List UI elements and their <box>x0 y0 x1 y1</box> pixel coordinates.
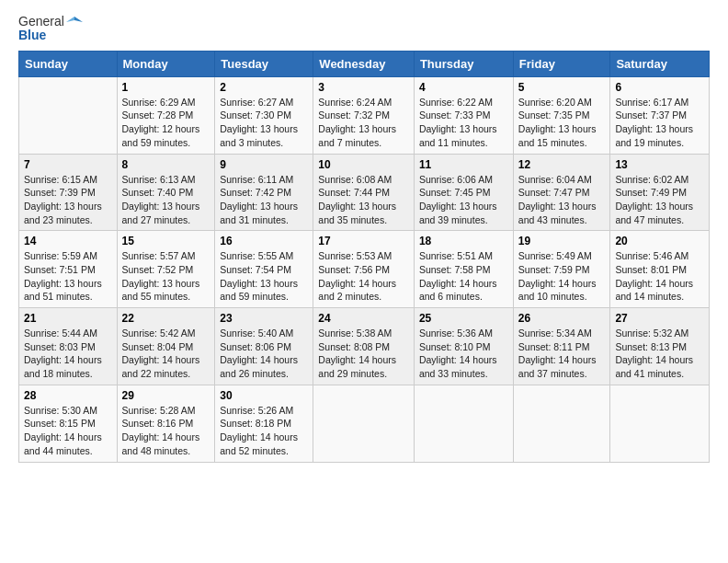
calendar-cell: 16Sunrise: 5:55 AMSunset: 7:54 PMDayligh… <box>215 231 313 308</box>
calendar-cell: 24Sunrise: 5:38 AMSunset: 8:08 PMDayligh… <box>313 308 415 385</box>
calendar-cell: 18Sunrise: 5:51 AMSunset: 7:58 PMDayligh… <box>414 231 513 308</box>
calendar-cell <box>19 76 118 154</box>
page-header: General Blue <box>18 15 710 43</box>
calendar-cell: 22Sunrise: 5:42 AMSunset: 8:04 PMDayligh… <box>117 308 215 385</box>
cell-content: Sunrise: 5:30 AMSunset: 8:15 PMDaylight:… <box>24 404 112 458</box>
day-number: 2 <box>220 81 308 94</box>
logo: General Blue <box>18 15 83 43</box>
calendar-cell: 25Sunrise: 5:36 AMSunset: 8:10 PMDayligh… <box>414 308 513 385</box>
day-number: 22 <box>122 312 210 325</box>
calendar-cell: 14Sunrise: 5:59 AMSunset: 7:51 PMDayligh… <box>19 231 118 308</box>
day-number: 18 <box>419 235 508 247</box>
cell-content: Sunrise: 6:20 AMSunset: 7:35 PMDaylight:… <box>518 96 606 150</box>
day-number: 15 <box>122 235 210 247</box>
calendar-cell: 7Sunrise: 6:15 AMSunset: 7:39 PMDaylight… <box>19 154 118 231</box>
calendar-cell: 21Sunrise: 5:44 AMSunset: 8:03 PMDayligh… <box>19 308 118 385</box>
cell-content: Sunrise: 5:57 AMSunset: 7:52 PMDaylight:… <box>122 249 210 304</box>
day-number: 17 <box>318 235 409 247</box>
header-tuesday: Tuesday <box>215 51 313 76</box>
header-saturday: Saturday <box>610 51 710 76</box>
day-number: 10 <box>318 158 409 171</box>
day-number: 12 <box>518 158 606 171</box>
calendar-cell: 17Sunrise: 5:53 AMSunset: 7:56 PMDayligh… <box>313 231 415 308</box>
day-number: 21 <box>24 312 112 325</box>
cell-content: Sunrise: 5:40 AMSunset: 8:06 PMDaylight:… <box>220 327 308 381</box>
calendar-cell: 1Sunrise: 6:29 AMSunset: 7:28 PMDaylight… <box>117 76 215 154</box>
day-number: 30 <box>220 389 308 402</box>
day-number: 11 <box>419 158 508 171</box>
cell-content: Sunrise: 5:42 AMSunset: 8:04 PMDaylight:… <box>122 327 210 381</box>
cell-content: Sunrise: 6:08 AMSunset: 7:44 PMDaylight:… <box>318 173 409 227</box>
week-row-1: 1Sunrise: 6:29 AMSunset: 7:28 PMDaylight… <box>19 76 710 154</box>
cell-content: Sunrise: 5:55 AMSunset: 7:54 PMDaylight:… <box>220 249 308 304</box>
calendar-cell: 5Sunrise: 6:20 AMSunset: 7:35 PMDaylight… <box>513 76 610 154</box>
calendar-cell: 9Sunrise: 6:11 AMSunset: 7:42 PMDaylight… <box>215 154 313 231</box>
cell-content: Sunrise: 5:36 AMSunset: 8:10 PMDaylight:… <box>419 327 508 381</box>
day-number: 26 <box>518 312 606 325</box>
cell-content: Sunrise: 6:15 AMSunset: 7:39 PMDaylight:… <box>24 173 112 227</box>
day-number: 4 <box>419 81 508 94</box>
cell-content: Sunrise: 6:22 AMSunset: 7:33 PMDaylight:… <box>419 96 508 150</box>
cell-content: Sunrise: 5:46 AMSunset: 8:01 PMDaylight:… <box>615 249 704 304</box>
cell-content: Sunrise: 5:34 AMSunset: 8:11 PMDaylight:… <box>518 327 606 381</box>
header-friday: Friday <box>513 51 610 76</box>
calendar-cell: 6Sunrise: 6:17 AMSunset: 7:37 PMDaylight… <box>610 76 710 154</box>
day-number: 6 <box>615 81 704 94</box>
calendar-cell: 29Sunrise: 5:28 AMSunset: 8:16 PMDayligh… <box>117 385 215 462</box>
calendar-cell: 12Sunrise: 6:04 AMSunset: 7:47 PMDayligh… <box>513 154 610 231</box>
calendar-cell: 28Sunrise: 5:30 AMSunset: 8:15 PMDayligh… <box>19 385 118 462</box>
header-monday: Monday <box>117 51 215 76</box>
calendar-cell: 23Sunrise: 5:40 AMSunset: 8:06 PMDayligh… <box>215 308 313 385</box>
calendar-cell: 2Sunrise: 6:27 AMSunset: 7:30 PMDaylight… <box>215 76 313 154</box>
day-number: 19 <box>518 235 606 247</box>
cell-content: Sunrise: 5:59 AMSunset: 7:51 PMDaylight:… <box>24 249 112 304</box>
cell-content: Sunrise: 6:11 AMSunset: 7:42 PMDaylight:… <box>220 173 308 227</box>
logo-wing-icon <box>66 16 83 29</box>
cell-content: Sunrise: 5:38 AMSunset: 8:08 PMDaylight:… <box>318 327 409 381</box>
day-number: 1 <box>122 81 210 94</box>
calendar-cell: 11Sunrise: 6:06 AMSunset: 7:45 PMDayligh… <box>414 154 513 231</box>
cell-content: Sunrise: 5:26 AMSunset: 8:18 PMDaylight:… <box>220 404 308 458</box>
day-number: 14 <box>24 235 112 247</box>
cell-content: Sunrise: 6:29 AMSunset: 7:28 PMDaylight:… <box>122 96 210 150</box>
calendar-cell <box>313 385 415 462</box>
day-number: 8 <box>122 158 210 171</box>
cell-content: Sunrise: 5:28 AMSunset: 8:16 PMDaylight:… <box>122 404 210 458</box>
day-number: 25 <box>419 312 508 325</box>
cell-content: Sunrise: 6:06 AMSunset: 7:45 PMDaylight:… <box>419 173 508 227</box>
calendar-cell: 13Sunrise: 6:02 AMSunset: 7:49 PMDayligh… <box>610 154 710 231</box>
cell-content: Sunrise: 5:44 AMSunset: 8:03 PMDaylight:… <box>24 327 112 381</box>
calendar-cell: 3Sunrise: 6:24 AMSunset: 7:32 PMDaylight… <box>313 76 415 154</box>
day-number: 13 <box>615 158 704 171</box>
day-number: 29 <box>122 389 210 402</box>
day-number: 24 <box>318 312 409 325</box>
calendar-cell: 15Sunrise: 5:57 AMSunset: 7:52 PMDayligh… <box>117 231 215 308</box>
cell-content: Sunrise: 5:53 AMSunset: 7:56 PMDaylight:… <box>318 249 409 304</box>
cell-content: Sunrise: 5:51 AMSunset: 7:58 PMDaylight:… <box>419 249 508 304</box>
calendar-cell <box>513 385 610 462</box>
day-number: 28 <box>24 389 112 402</box>
day-number: 7 <box>24 158 112 171</box>
logo-blue: Blue <box>18 29 83 42</box>
calendar-cell <box>610 385 710 462</box>
logo-general: General <box>18 15 64 29</box>
calendar-cell: 30Sunrise: 5:26 AMSunset: 8:18 PMDayligh… <box>215 385 313 462</box>
day-number: 3 <box>318 81 409 94</box>
day-number: 9 <box>220 158 308 171</box>
cell-content: Sunrise: 6:27 AMSunset: 7:30 PMDaylight:… <box>220 96 308 150</box>
cell-content: Sunrise: 6:17 AMSunset: 7:37 PMDaylight:… <box>615 96 704 150</box>
calendar-table: SundayMondayTuesdayWednesdayThursdayFrid… <box>18 51 710 463</box>
header-wednesday: Wednesday <box>313 51 415 76</box>
calendar-cell: 27Sunrise: 5:32 AMSunset: 8:13 PMDayligh… <box>610 308 710 385</box>
day-number: 20 <box>615 235 704 247</box>
calendar-cell: 4Sunrise: 6:22 AMSunset: 7:33 PMDaylight… <box>414 76 513 154</box>
calendar-cell <box>414 385 513 462</box>
day-number: 5 <box>518 81 606 94</box>
day-number: 23 <box>220 312 308 325</box>
day-number: 27 <box>615 312 704 325</box>
cell-content: Sunrise: 5:32 AMSunset: 8:13 PMDaylight:… <box>615 327 704 381</box>
cell-content: Sunrise: 5:49 AMSunset: 7:59 PMDaylight:… <box>518 249 606 304</box>
cell-content: Sunrise: 6:02 AMSunset: 7:49 PMDaylight:… <box>615 173 704 227</box>
header-thursday: Thursday <box>414 51 513 76</box>
cell-content: Sunrise: 6:04 AMSunset: 7:47 PMDaylight:… <box>518 173 606 227</box>
